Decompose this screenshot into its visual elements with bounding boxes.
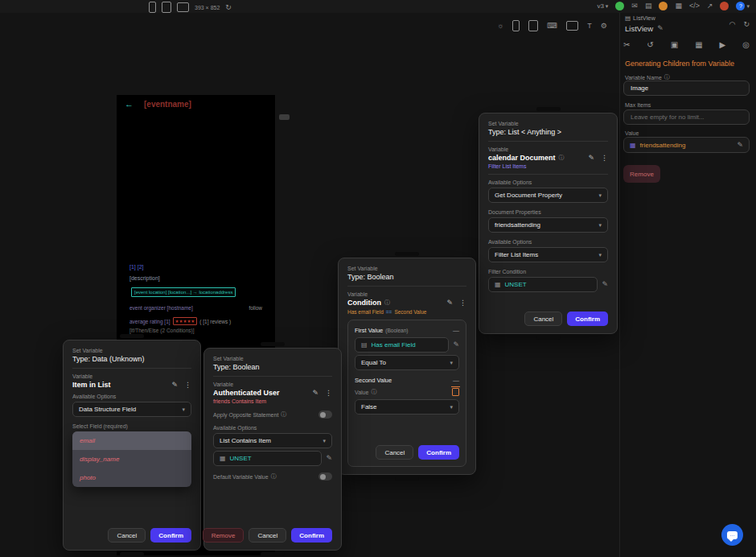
- follow-text[interactable]: follow: [249, 305, 262, 311]
- opposite-statement-toggle[interactable]: [318, 411, 332, 419]
- edit-variable-icon[interactable]: ✎: [171, 381, 178, 389]
- text-scale-icon[interactable]: T: [587, 22, 592, 30]
- back-arrow-icon[interactable]: ←: [125, 99, 134, 109]
- notifications-avatar[interactable]: [659, 2, 668, 10]
- edit-list-item-icon[interactable]: ✎: [326, 455, 332, 462]
- help-menu[interactable]: ? ▾: [736, 2, 750, 10]
- default-value-toggle[interactable]: [318, 472, 332, 481]
- phone-preview-icon[interactable]: [149, 2, 156, 13]
- max-items-label: Max Items: [625, 102, 651, 108]
- cut-icon[interactable]: ✂: [623, 40, 630, 49]
- available-options-select[interactable]: Get Document Property ▾: [488, 188, 608, 203]
- undo-icon[interactable]: ↺: [647, 40, 653, 49]
- kebab-menu-icon[interactable]: ⋮: [184, 381, 191, 389]
- rotate-device-icon[interactable]: ↻: [225, 4, 232, 11]
- comments-icon[interactable]: ✉: [631, 2, 638, 10]
- event-name-text[interactable]: [eventname]: [144, 100, 191, 109]
- collapse-icon[interactable]: —: [453, 377, 459, 384]
- share-icon[interactable]: ↗: [707, 2, 713, 10]
- reviews-text[interactable]: ( [1] reviews ): [199, 319, 231, 324]
- widget-tree-breadcrumb[interactable]: ▤ ListView: [625, 14, 655, 22]
- document-property-select[interactable]: friendsattending ▾: [488, 217, 608, 233]
- value-field[interactable]: ▦ friendsattending ✎: [623, 137, 750, 153]
- edit-variable-icon[interactable]: ✎: [312, 389, 318, 397]
- kebab-menu-icon[interactable]: ⋮: [325, 389, 332, 397]
- operator-select[interactable]: Equal To ▾: [355, 355, 459, 370]
- first-value-chip[interactable]: ▤ Has email Field: [355, 337, 449, 353]
- max-items-input[interactable]: [623, 109, 750, 125]
- theme-toggle-icon[interactable]: ☼: [497, 22, 503, 30]
- keyboard-icon[interactable]: ⌨: [547, 22, 557, 30]
- available-options-select[interactable]: List Contains Item ▾: [213, 433, 332, 448]
- rating-row[interactable]: average rating [1] ★★★★★ ( [1] reviews ): [129, 317, 231, 325]
- cancel-button[interactable]: Cancel: [249, 528, 286, 543]
- desktop-preview-icon[interactable]: [177, 2, 189, 12]
- refresh-icon[interactable]: ↻: [743, 20, 750, 28]
- delete-value-icon[interactable]: [452, 388, 459, 396]
- inspect-icon[interactable]: ◎: [742, 40, 750, 49]
- selected-option: Data Structure Field: [79, 406, 136, 413]
- dialog-subheader: Set Variable: [347, 266, 466, 271]
- version-label: v3: [597, 2, 603, 10]
- confirm-button[interactable]: Confirm: [567, 312, 608, 326]
- collapse-icon[interactable]: —: [453, 327, 459, 334]
- conditional-widget-text[interactable]: [If/Then/Else (2 Conditions)]: [129, 328, 195, 333]
- chevron-down-icon: ▾: [746, 3, 750, 10]
- landscape-icon[interactable]: [566, 21, 578, 31]
- edit-value-icon[interactable]: ✎: [737, 142, 743, 149]
- filter-option-select[interactable]: Filter List Items ▾: [488, 247, 608, 262]
- remove-generator-button[interactable]: Remove: [623, 165, 660, 183]
- version-menu[interactable]: v3 ▾: [597, 2, 608, 10]
- support-chat-button[interactable]: ⋯: [721, 524, 743, 546]
- organizer-text[interactable]: event organizer [hostname]: [129, 305, 193, 311]
- edit-variable-icon[interactable]: ✎: [588, 154, 594, 162]
- second-value-select[interactable]: False ▾: [355, 399, 459, 415]
- device-size-controls: 393 × 852 ↻: [149, 2, 232, 13]
- remove-button[interactable]: Remove: [203, 528, 244, 543]
- available-options-select[interactable]: Data Structure Field ▾: [72, 402, 191, 417]
- chevron-down-icon: ▾: [450, 404, 453, 411]
- canvas-settings-icon[interactable]: ⚙: [601, 22, 607, 30]
- tablet-frame-icon[interactable]: [528, 20, 538, 31]
- widget-name-row: ListView ✎: [625, 24, 664, 33]
- collaborator-avatar[interactable]: [615, 2, 624, 10]
- confirm-button[interactable]: Confirm: [150, 528, 191, 543]
- field-icon: ▤: [361, 341, 368, 349]
- description-text[interactable]: [description]: [129, 275, 160, 281]
- variable-name-input[interactable]: [623, 80, 750, 96]
- code-view-icon[interactable]: </>: [689, 2, 700, 10]
- page-indicator-text[interactable]: [1] [2]: [129, 264, 144, 270]
- rename-widget-icon[interactable]: ✎: [657, 25, 664, 32]
- kebab-menu-icon[interactable]: ⋮: [459, 299, 466, 307]
- copy-icon[interactable]: ▣: [671, 40, 678, 49]
- location-row-widget[interactable]: [event location] [location...] → locatio…: [131, 287, 236, 297]
- widget-tree-icon[interactable]: ▤: [645, 2, 652, 10]
- dialog-type-label: Type: Data (Unknown): [72, 355, 191, 363]
- field-option-photo[interactable]: photo: [72, 468, 191, 487]
- wrap-widget-icon[interactable]: ▦: [695, 40, 702, 49]
- cancel-button[interactable]: Cancel: [108, 528, 146, 543]
- wifi-icon[interactable]: ◠: [729, 20, 736, 28]
- field-option-email[interactable]: email: [72, 431, 191, 450]
- edit-condition-icon[interactable]: ✎: [602, 281, 608, 288]
- cancel-button[interactable]: Cancel: [376, 445, 413, 460]
- phone-frame-icon[interactable]: [512, 20, 520, 31]
- user-avatar[interactable]: [720, 2, 729, 10]
- cancel-button[interactable]: Cancel: [524, 312, 562, 326]
- confirm-button[interactable]: Confirm: [418, 445, 459, 460]
- run-icon[interactable]: ▶: [720, 40, 726, 49]
- apps-icon[interactable]: ▦: [675, 2, 682, 10]
- tablet-preview-icon[interactable]: [162, 2, 171, 13]
- rating-text[interactable]: average rating [1]: [129, 319, 171, 324]
- kebab-menu-icon[interactable]: ⋮: [601, 154, 608, 162]
- field-option-display-name[interactable]: display_name: [72, 450, 191, 468]
- edit-variable-icon[interactable]: ✎: [446, 299, 453, 307]
- edit-first-value-icon[interactable]: ✎: [453, 341, 459, 349]
- confirm-button[interactable]: Confirm: [291, 528, 332, 543]
- filter-list-items-link[interactable]: Filter List Items: [488, 163, 608, 169]
- star-rating-widget[interactable]: ★★★★★: [173, 317, 198, 325]
- filter-condition-chip[interactable]: ▦ UNSET: [488, 277, 598, 292]
- organizer-row[interactable]: event organizer [hostname] follow: [129, 305, 262, 311]
- list-item-chip[interactable]: ▦ UNSET: [213, 451, 322, 466]
- dialog-type-label: Type: Boolean: [347, 273, 466, 281]
